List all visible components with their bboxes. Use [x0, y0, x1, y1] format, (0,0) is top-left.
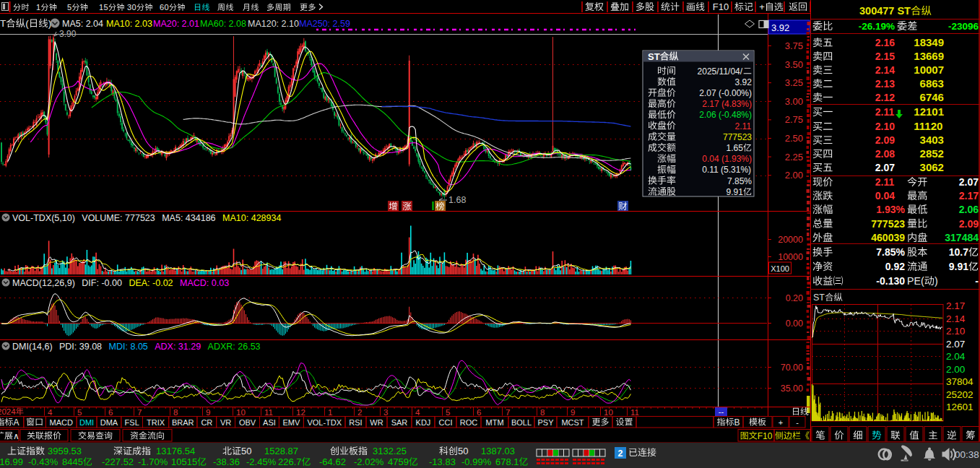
svg-text:-1.70%: -1.70%: [138, 456, 168, 467]
svg-text:2.17 (4.83%): 2.17 (4.83%): [702, 99, 752, 109]
svg-text:ADX: 31.29: ADX: 31.29: [155, 342, 201, 352]
svg-text:ST: ST: [813, 292, 825, 303]
svg-text:B: B: [734, 417, 740, 428]
svg-text:ADXR: 26.53: ADXR: 26.53: [208, 342, 261, 352]
svg-text:6863: 6863: [920, 77, 944, 90]
svg-text:0.92: 0.92: [885, 261, 905, 272]
svg-text:MDI: 8.05: MDI: 8.05: [109, 342, 148, 352]
svg-text:ST: ST: [648, 51, 660, 62]
svg-text:4: 4: [415, 408, 420, 417]
svg-text:1.93%: 1.93%: [876, 204, 905, 215]
svg-text:MTM: MTM: [486, 418, 504, 427]
svg-text:VOLUME: 777523: VOLUME: 777523: [82, 213, 155, 223]
svg-text:ASI: ASI: [263, 418, 276, 427]
svg-text:2.15: 2.15: [875, 51, 895, 62]
svg-text:KDJ: KDJ: [416, 418, 431, 427]
svg-text:-26.19%: -26.19%: [859, 21, 895, 32]
svg-text:RSI: RSI: [349, 418, 362, 427]
svg-text:11120: 11120: [914, 120, 942, 132]
svg-text:∧: ∧: [13, 431, 19, 441]
svg-text:DEA: -0.02: DEA: -0.02: [129, 278, 173, 288]
svg-text:ROC: ROC: [460, 418, 478, 427]
svg-text:CCI: CCI: [439, 418, 453, 427]
svg-text:BOLL: BOLL: [511, 418, 532, 427]
svg-text:8: 8: [173, 408, 178, 417]
svg-text:VOL-TDX: VOL-TDX: [307, 418, 342, 427]
svg-text:2.09: 2.09: [959, 218, 979, 230]
svg-text:MCST: MCST: [561, 418, 584, 427]
svg-text:3062: 3062: [920, 161, 944, 173]
svg-text:7.85%: 7.85%: [876, 246, 905, 258]
svg-text:0.04: 0.04: [875, 190, 895, 202]
svg-text:8: 8: [540, 408, 545, 417]
svg-text:0.00: 0.00: [786, 318, 803, 329]
svg-text:-0.99%: -0.99%: [461, 456, 492, 467]
svg-text:5: 5: [67, 3, 72, 12]
svg-text:9: 9: [571, 408, 575, 417]
svg-text:-: -: [975, 275, 979, 287]
svg-text:8445: 8445: [62, 456, 83, 467]
svg-text:2: 2: [618, 448, 623, 459]
svg-text:9: 9: [206, 408, 210, 417]
svg-text:): ): [935, 275, 938, 287]
svg-text:6: 6: [108, 408, 113, 417]
svg-text:10.7: 10.7: [949, 246, 968, 258]
svg-text:4: 4: [48, 408, 53, 417]
svg-text:11: 11: [264, 408, 273, 417]
svg-text:37804: 37804: [946, 376, 974, 387]
svg-text:-23096: -23096: [948, 21, 979, 32]
svg-text:10: 10: [236, 408, 246, 417]
svg-text:PDI: 39.08: PDI: 39.08: [59, 342, 102, 352]
svg-text:3: 3: [383, 408, 388, 417]
svg-text:1528.87: 1528.87: [264, 446, 298, 456]
svg-text:25202: 25202: [946, 389, 974, 400]
svg-text:3.00: 3.00: [785, 96, 803, 107]
svg-text:3.25: 3.25: [785, 77, 803, 88]
svg-text:0.20: 0.20: [786, 293, 803, 303]
svg-text:1: 1: [36, 3, 41, 12]
svg-text:10007: 10007: [914, 64, 944, 76]
svg-text:MA10: 428934: MA10: 428934: [222, 213, 281, 223]
svg-text:MACD: MACD: [50, 418, 73, 427]
svg-text:-227.52: -227.52: [102, 456, 134, 467]
svg-text:9.91: 9.91: [949, 261, 968, 272]
svg-text:9.91: 9.91: [727, 187, 744, 197]
svg-text:-2.02%: -2.02%: [354, 456, 384, 467]
svg-text:30: 30: [127, 3, 136, 12]
svg-text:2.07: 2.07: [959, 176, 979, 188]
svg-text:70.00: 70.00: [781, 363, 803, 373]
svg-text:2025/11/04/: 2025/11/04/: [698, 66, 743, 77]
svg-text:10: 10: [604, 408, 613, 417]
svg-text:-16.99: -16.99: [0, 456, 23, 467]
svg-text:F10: F10: [758, 431, 773, 441]
svg-text:2.11: 2.11: [875, 106, 895, 118]
svg-text:2.08: 2.08: [875, 148, 895, 160]
svg-text:12601: 12601: [946, 402, 974, 412]
svg-text:317484: 317484: [945, 232, 979, 243]
svg-text:35.00: 35.00: [781, 384, 803, 394]
svg-text:2.00: 2.00: [946, 364, 965, 375]
svg-text:DMI(14,6): DMI(14,6): [12, 342, 53, 352]
svg-text:+: +: [779, 418, 783, 427]
svg-text:FSL: FSL: [125, 418, 139, 427]
svg-text:(: (: [25, 18, 29, 29]
svg-text:DMA: DMA: [100, 418, 118, 427]
svg-text:MA5: 434186: MA5: 434186: [162, 213, 215, 223]
svg-text:0.11 (5.31%): 0.11 (5.31%): [702, 165, 751, 175]
svg-text:7: 7: [137, 408, 142, 417]
svg-text:SAR: SAR: [391, 418, 408, 427]
svg-text:10515: 10515: [171, 456, 197, 467]
svg-text:2.13: 2.13: [875, 78, 895, 90]
svg-text:2852: 2852: [920, 147, 944, 160]
svg-text:2.04: 2.04: [946, 351, 966, 362]
svg-text:2.07: 2.07: [875, 162, 895, 173]
svg-text:2.12: 2.12: [875, 92, 895, 103]
svg-text:2.06: 2.06: [959, 204, 979, 215]
svg-text:-13.83: -13.83: [429, 456, 456, 467]
svg-text:3132.25: 3132.25: [373, 446, 407, 456]
svg-text:WR: WR: [370, 418, 383, 427]
svg-text:TRIX: TRIX: [147, 418, 165, 427]
svg-text:2.07: 2.07: [946, 339, 965, 350]
svg-text:-38.36: -38.36: [213, 456, 240, 467]
svg-text:3.92: 3.92: [771, 22, 789, 33]
